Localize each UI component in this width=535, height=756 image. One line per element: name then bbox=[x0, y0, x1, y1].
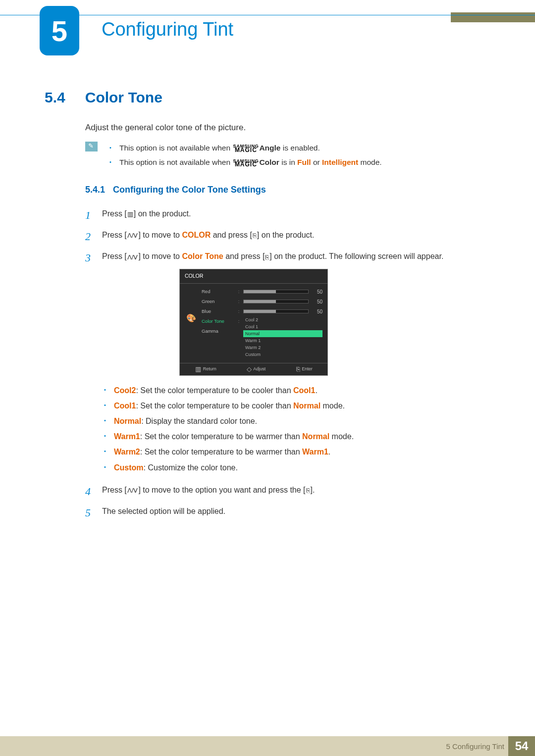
step-number: 3 bbox=[85, 249, 91, 267]
osd-slider: 50 bbox=[243, 297, 322, 306]
note-text: mode. bbox=[358, 158, 381, 166]
subsection-title: Configuring the Color Tone Settings bbox=[113, 185, 266, 195]
tone-options-list: Cool2: Set the color temperature to be c… bbox=[102, 383, 495, 475]
note-text: or bbox=[311, 158, 322, 166]
osd-option: Warm 1 bbox=[243, 337, 322, 344]
note-icon bbox=[85, 142, 98, 151]
osd-label: Gamma bbox=[202, 326, 234, 336]
note-text: This option is not available when bbox=[119, 158, 232, 166]
samsung-magic-logo: SAMSUNGMAGIC bbox=[233, 159, 259, 167]
chapter-number-badge: 5 bbox=[40, 6, 79, 55]
osd-footer-enter: ⎘ Enter bbox=[296, 365, 313, 373]
subsection-number: 5.4.1 bbox=[85, 185, 105, 195]
step-text: ] to move to bbox=[138, 231, 182, 239]
osd-slider: 50 bbox=[243, 287, 322, 297]
tone-option: Cool1: Set the color temperature to be c… bbox=[102, 398, 495, 413]
footer-label: 5 Configuring Tint bbox=[446, 742, 504, 751]
osd-label: Red bbox=[202, 287, 234, 297]
tone-option: Custom: Customize the color tone. bbox=[102, 460, 495, 475]
step-item: 1 Press [▥] on the product. bbox=[85, 207, 495, 220]
updown-button-icon: ᐱ/ᐯ bbox=[127, 254, 139, 260]
osd-option: Cool 1 bbox=[243, 323, 322, 330]
note-term: Angle bbox=[259, 144, 280, 152]
osd-label: Green bbox=[202, 297, 234, 306]
step-number: 4 bbox=[85, 482, 91, 501]
step-item: 2 Press [ᐱ/ᐯ] to move to COLOR and press… bbox=[85, 228, 495, 242]
step-target: COLOR bbox=[182, 231, 211, 239]
subsection-heading: 5.4.1 Configuring the Color Tone Setting… bbox=[85, 185, 495, 195]
step-number: 1 bbox=[85, 206, 91, 224]
step-text: ]. bbox=[311, 486, 315, 494]
step-item: 3 Press [ᐱ/ᐯ] to move to Color Tone and … bbox=[85, 250, 495, 475]
osd-value: 50 bbox=[312, 288, 322, 296]
step-text: The selected option will be applied. bbox=[102, 507, 225, 515]
step-target: Color Tone bbox=[182, 252, 223, 260]
enter-button-icon: ⎘ bbox=[306, 487, 311, 494]
osd-label: Blue bbox=[202, 306, 234, 316]
header-accent-bar bbox=[451, 12, 535, 22]
osd-title: COLOR bbox=[180, 269, 327, 284]
osd-slider: 50 bbox=[243, 306, 322, 316]
osd-footer-return: ▥ Return bbox=[195, 365, 216, 373]
osd-option: Cool 2 bbox=[243, 316, 322, 323]
section-heading: 5.4 Color Tone bbox=[45, 89, 495, 106]
note-term: Color bbox=[259, 158, 279, 166]
note-text: is in bbox=[279, 158, 297, 166]
section-intro: Adjust the general color tone of the pic… bbox=[85, 123, 495, 133]
step-text: ] to move to bbox=[138, 252, 182, 260]
step-number: 2 bbox=[85, 227, 91, 246]
step-text: Press [ bbox=[102, 252, 127, 260]
osd-value: 50 bbox=[312, 307, 322, 316]
osd-option: Custom bbox=[243, 351, 322, 358]
step-number: 5 bbox=[85, 504, 91, 522]
updown-button-icon: ᐱ/ᐯ bbox=[127, 232, 139, 239]
steps-list: 1 Press [▥] on the product. 2 Press [ᐱ/ᐯ… bbox=[85, 207, 495, 518]
step-text: ] on the product. bbox=[257, 231, 315, 239]
tone-option: Warm2: Set the color temperature to be w… bbox=[102, 444, 495, 459]
step-text: and press [ bbox=[211, 231, 252, 239]
tone-option: Cool2: Set the color temperature to be c… bbox=[102, 383, 495, 398]
osd-value: 50 bbox=[312, 298, 322, 306]
osd-label-selected: Color Tone bbox=[202, 316, 234, 326]
osd-screenshot: COLOR 🎨 Red Green Blue Color Tone Gamma … bbox=[179, 269, 328, 375]
step-text: ] on the product. bbox=[134, 209, 191, 218]
step-item: 4 Press [ᐱ/ᐯ] to move to the option you … bbox=[85, 483, 495, 497]
tone-option: Warm1: Set the color temperature to be w… bbox=[102, 429, 495, 444]
updown-button-icon: ᐱ/ᐯ bbox=[127, 487, 139, 494]
footer-page-number: 54 bbox=[508, 736, 535, 756]
note-text: is enabled. bbox=[280, 144, 320, 152]
osd-footer-adjust: ◇ Adjust bbox=[246, 365, 266, 373]
section-title: Color Tone bbox=[85, 89, 162, 106]
menu-button-icon: ▥ bbox=[127, 211, 134, 217]
step-text: ] to move to the option you want and pre… bbox=[138, 486, 305, 494]
page-footer: 5 Configuring Tint 54 bbox=[0, 736, 535, 756]
page-content: 5.4 Color Tone Adjust the general color … bbox=[45, 89, 495, 526]
step-text: Press [ bbox=[102, 209, 127, 218]
osd-options: Cool 2 Cool 1 Normal Warm 1 Warm 2 Custo… bbox=[243, 316, 322, 358]
step-text: Press [ bbox=[102, 231, 127, 239]
step-text: Press [ bbox=[102, 486, 127, 494]
samsung-magic-logo: SAMSUNGMAGIC bbox=[233, 144, 259, 152]
step-text: ] on the product. The following screen w… bbox=[269, 252, 443, 260]
note-item: This option is not available when SAMSUN… bbox=[108, 155, 495, 169]
note-term: Intelligent bbox=[322, 158, 358, 166]
note-item: This option is not available when SAMSUN… bbox=[108, 141, 495, 155]
enter-button-icon: ⎘ bbox=[265, 254, 269, 260]
palette-icon: 🎨 bbox=[185, 311, 198, 321]
enter-button-icon: ⎘ bbox=[252, 232, 257, 239]
chapter-title: Configuring Tint bbox=[102, 19, 233, 40]
note-block: This option is not available when SAMSUN… bbox=[85, 141, 495, 170]
step-text: and press [ bbox=[223, 252, 265, 260]
step-item: 5 The selected option will be applied. bbox=[85, 504, 495, 518]
note-text: This option is not available when bbox=[119, 144, 232, 152]
osd-option: Warm 2 bbox=[243, 344, 322, 351]
osd-option-selected: Normal bbox=[243, 330, 322, 337]
section-number: 5.4 bbox=[45, 89, 65, 106]
note-term: Full bbox=[297, 158, 311, 166]
header-divider bbox=[0, 15, 535, 15]
tone-option: Normal: Display the standard color tone. bbox=[102, 413, 495, 429]
